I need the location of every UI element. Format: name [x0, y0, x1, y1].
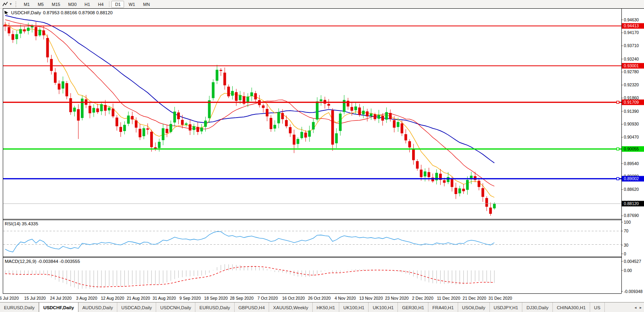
- candle: [347, 101, 350, 107]
- hline-resistance-1[interactable]: [3, 25, 621, 26]
- candle: [185, 124, 187, 125]
- candle: [381, 116, 384, 121]
- macd-histogram: [5, 264, 494, 289]
- price-scale[interactable]: 0.946300.941700.937100.932400.927800.923…: [621, 17, 644, 294]
- tab-gbpusd-h4[interactable]: GBPUSD,H4: [235, 302, 269, 312]
- date-axis[interactable]: 6 Jul 202015 Jul 202024 Jul 20203 Aug 20…: [0, 294, 644, 302]
- candle: [170, 124, 172, 132]
- candle: [11, 34, 14, 40]
- price-badge-label: 0.91709: [624, 100, 639, 105]
- candle: [308, 131, 311, 137]
- chart-canvas[interactable]: 0.946300.941700.937100.932400.927800.923…: [0, 0, 644, 294]
- date-label: 23 Nov 2020: [385, 296, 409, 301]
- hline-current-price[interactable]: [3, 204, 621, 204]
- candle: [189, 124, 191, 131]
- hline-resistance-3[interactable]: [3, 102, 621, 103]
- candle: [408, 141, 411, 148]
- candle: [212, 82, 214, 98]
- candle: [197, 127, 199, 132]
- candle: [150, 132, 153, 147]
- candle: [54, 72, 57, 83]
- chart-ohlc-values: 0.87953 0.88166 0.87908 0.88120: [43, 10, 113, 15]
- tab-uk100-h1[interactable]: UK100,H1: [369, 302, 398, 312]
- date-label: 3 Aug 2020: [76, 296, 97, 301]
- candle: [316, 101, 319, 120]
- macd-tick-label: 0.00: [624, 268, 632, 273]
- candle: [193, 126, 195, 130]
- tab-xauusd-weekly[interactable]: XAUUSD,Weekly: [269, 302, 313, 312]
- candle: [285, 120, 288, 126]
- tab-usdcnh-daily[interactable]: USDCNH,Daily: [156, 302, 195, 312]
- candle: [146, 128, 149, 129]
- price-badge-label: 0.90055: [624, 146, 639, 151]
- date-label: 9 Sep 2020: [180, 296, 201, 301]
- candle: [273, 125, 276, 128]
- hline-handle[interactable]: [617, 148, 619, 150]
- tab-audusd-daily[interactable]: AUDUSD,Daily: [78, 302, 117, 312]
- tab-dj30-daily[interactable]: DJ30,Daily: [522, 302, 553, 312]
- candle: [143, 128, 145, 136]
- tab-hk50-h1[interactable]: HK50,H1: [313, 302, 340, 312]
- candle: [181, 120, 184, 125]
- candle: [466, 180, 469, 190]
- macd-panel[interactable]: [5, 264, 494, 289]
- hline-handle[interactable]: [617, 177, 619, 180]
- candle: [482, 188, 484, 197]
- price-tick-label: 0.94170: [624, 30, 639, 35]
- candle: [81, 99, 84, 118]
- hline-handle[interactable]: [617, 101, 619, 103]
- candle: [443, 180, 446, 183]
- rsi-line: [5, 232, 494, 252]
- tab-china300-h1[interactable]: CHINA300,H1: [553, 302, 590, 312]
- tab-usdchf-daily[interactable]: USDCHF,Daily: [39, 302, 78, 312]
- candle: [208, 100, 211, 118]
- tab-us[interactable]: US: [590, 302, 605, 312]
- candle: [239, 95, 242, 100]
- candle: [250, 92, 253, 96]
- hline-support-blue[interactable]: [3, 178, 621, 179]
- main-price-panel[interactable]: [3, 15, 621, 216]
- candle: [166, 129, 168, 133]
- candle: [220, 70, 222, 71]
- tab-eurusd-daily[interactable]: EURUSD,Daily: [195, 302, 234, 312]
- candle: [177, 112, 180, 119]
- tab-usdjpy-h1[interactable]: USDJPY,H1: [490, 302, 523, 312]
- candle: [204, 121, 207, 127]
- rsi-panel[interactable]: [3, 231, 621, 252]
- candle: [293, 135, 296, 145]
- date-label: 11 Dec 2020: [437, 296, 461, 301]
- date-label: 12 Aug 2020: [101, 296, 124, 301]
- price-tick-label: 0.88620: [624, 187, 639, 192]
- candle: [61, 81, 64, 88]
- tab-scroll-right[interactable]: ▸: [640, 305, 642, 310]
- price-tick-label: 0.89540: [624, 161, 639, 166]
- candle: [34, 27, 37, 36]
- candle: [123, 125, 126, 131]
- candle: [354, 107, 357, 110]
- candle: [50, 59, 53, 71]
- tab-usdcad-daily[interactable]: USDCAD,Daily: [117, 302, 156, 312]
- tab-usoil-daily[interactable]: USOil,Daily: [458, 302, 490, 312]
- tab-scroll-left[interactable]: ◂: [634, 305, 636, 310]
- hline-resistance-2[interactable]: [3, 65, 621, 66]
- ma-line-mid-red: [5, 20, 494, 186]
- tab-eurusd-daily[interactable]: EURUSD,Daily: [0, 302, 39, 312]
- candle: [69, 98, 72, 112]
- candle: [389, 113, 392, 119]
- candle: [320, 99, 323, 101]
- candle: [385, 112, 388, 120]
- price-tick-label: 0.93240: [624, 57, 639, 61]
- tab-ger30-h1[interactable]: GER30,H1: [398, 302, 428, 312]
- candle: [339, 114, 342, 131]
- candle: [235, 92, 238, 101]
- candle: [227, 87, 230, 96]
- candle: [374, 114, 376, 119]
- hline-support-green[interactable]: [3, 148, 621, 150]
- price-badge-label: 0.88120: [624, 201, 639, 206]
- tab-fra40-h1[interactable]: FRA40,H1: [428, 302, 458, 312]
- date-label: 21 Dec 2020: [462, 296, 486, 301]
- candle: [8, 27, 10, 34]
- candle: [474, 176, 476, 180]
- price-tick-label: 0.92780: [624, 69, 639, 74]
- tab-uk100-h1[interactable]: UK100,H1: [339, 302, 369, 312]
